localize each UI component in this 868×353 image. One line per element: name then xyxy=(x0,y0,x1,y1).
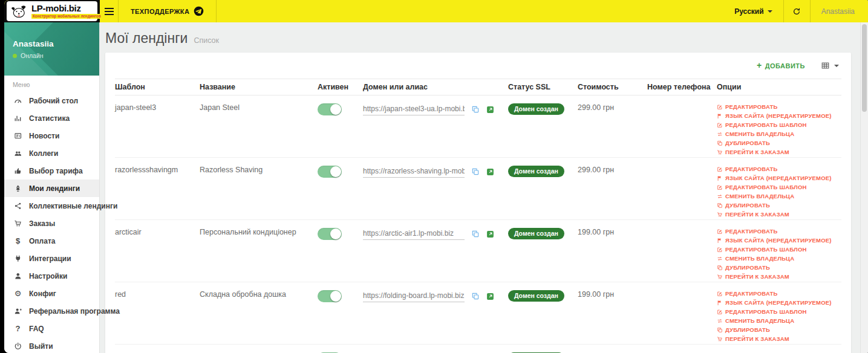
sidebar-item-label: Выбор тарифа xyxy=(29,167,83,175)
option-change-owner[interactable]: СМЕНИТЬ ВЛАДЕЛЬЦА xyxy=(717,129,841,138)
option-site-language[interactable]: ЯЗЫК САЙТА (НЕРЕДАКТИРУЕМОЕ) xyxy=(717,173,841,183)
support-button[interactable]: ТЕХПОДДЕРЖКА xyxy=(118,0,217,22)
option-edit[interactable]: РЕДАКТИРОВАТЬ xyxy=(717,289,841,298)
online-status-label: Онлайн xyxy=(21,52,44,59)
sidebar-item-faq[interactable]: ? FAQ xyxy=(4,320,99,337)
sidebar-item-statistics[interactable]: Статистика xyxy=(4,109,99,127)
sidebar-item-my-landings[interactable]: Мои лендинги xyxy=(4,180,99,197)
option-site-language[interactable]: ЯЗЫК САЙТА (НЕРЕДАКТИРУЕМОЕ) xyxy=(717,111,841,120)
vertical-scrollbar[interactable] xyxy=(860,22,868,353)
option-duplicate[interactable]: ДУБЛИРОВАТЬ xyxy=(717,201,841,210)
phone-cell xyxy=(647,220,717,282)
option-edit-template[interactable]: РЕДАКТИРОВАТЬ ШАБЛОН xyxy=(717,307,841,316)
options-cell: РЕДАКТИРОВАТЬ ЯЗЫК САЙТА (НЕРЕДАКТИРУЕМО… xyxy=(717,220,841,282)
sidebar-item-label: Конфиг xyxy=(29,290,56,298)
logo-title: LP-mobi.biz xyxy=(31,4,102,13)
option-site-language[interactable]: ЯЗЫК САЙТА (НЕРЕДАКТИРУЕМОЕ) xyxy=(717,298,841,307)
sidebar-item-label: FAQ xyxy=(29,325,44,333)
option-go-to-orders[interactable]: ПЕРЕЙТИ К ЗАКАЗАМ xyxy=(717,334,841,343)
edit-icon xyxy=(717,184,723,190)
sidebar-item-orders[interactable]: Заказы xyxy=(4,215,99,232)
option-duplicate[interactable]: ДУБЛИРОВАТЬ xyxy=(717,138,841,147)
edit-icon xyxy=(717,309,723,315)
option-edit-template[interactable]: РЕДАКТИРОВАТЬ ШАБЛОН xyxy=(717,183,841,192)
open-site-icon[interactable] xyxy=(486,293,494,300)
column-header: Домен или алиас xyxy=(363,83,508,91)
ssl-status-badge: Домен создан xyxy=(508,228,564,239)
option-duplicate[interactable]: ДУБЛИРОВАТЬ xyxy=(717,325,841,334)
option-site-language[interactable]: ЯЗЫК САЙТА (НЕРЕДАКТИРУЕМОЕ) xyxy=(717,236,841,245)
active-toggle[interactable] xyxy=(318,228,342,240)
scrollbar-thumb[interactable] xyxy=(862,24,867,112)
exchange-icon xyxy=(717,131,723,137)
user-icon xyxy=(13,272,23,280)
chevron-down-icon xyxy=(768,10,772,13)
sidebar-item-integrations[interactable]: Интеграции xyxy=(4,250,99,267)
sidebar-item-payment[interactable]: $ Оплата xyxy=(4,232,99,250)
sidebar-item-label: Реферальная программа xyxy=(29,307,120,316)
sidebar-item-config[interactable]: ⚙ Конфиг xyxy=(4,285,99,302)
sidebar-item-label: Настройки xyxy=(29,272,67,280)
flag-icon xyxy=(717,175,723,181)
sidebar-item-logout[interactable]: Выйти xyxy=(4,337,99,353)
copy-domain-icon[interactable] xyxy=(471,230,480,238)
option-edit-template[interactable]: РЕДАКТИРОВАТЬ ШАБЛОН xyxy=(717,245,841,254)
plus-icon: + xyxy=(757,62,762,69)
toggle-knob xyxy=(330,228,341,239)
copy-domain-icon[interactable] xyxy=(471,105,480,114)
active-toggle[interactable] xyxy=(318,166,342,178)
telegram-icon xyxy=(194,6,204,16)
bar-chart-icon xyxy=(13,114,23,123)
option-change-owner[interactable]: СМЕНИТЬ ВЛАДЕЛЬЦА xyxy=(717,192,841,201)
phone-cell xyxy=(647,345,717,353)
option-duplicate[interactable]: ДУБЛИРОВАТЬ xyxy=(717,263,841,272)
logo[interactable]: LP-mobi.biz Конструктор мобильных лендин… xyxy=(7,1,97,21)
option-go-to-orders[interactable]: ПЕРЕЙТИ К ЗАКАЗАМ xyxy=(717,147,841,157)
open-site-icon[interactable] xyxy=(486,230,494,238)
domain-input[interactable] xyxy=(363,105,465,115)
table-view-button[interactable] xyxy=(821,61,839,70)
domain-input[interactable] xyxy=(363,167,465,178)
sidebar-item-tariff[interactable]: Выбор тарифа xyxy=(4,162,99,180)
price-cell: 299.00 грн xyxy=(578,158,647,219)
option-edit[interactable]: РЕДАКТИРОВАТЬ xyxy=(717,102,841,111)
option-change-owner[interactable]: СМЕНИТЬ ВЛАДЕЛЬЦА xyxy=(717,254,841,263)
sidebar-item-news[interactable]: Новости xyxy=(4,127,99,144)
domain-input[interactable] xyxy=(363,291,465,302)
sidebar-item-label: Оплата xyxy=(29,237,55,245)
add-button[interactable]: + ДОБАВИТЬ xyxy=(757,62,805,70)
sidebar-item-colleagues[interactable]: Коллеги xyxy=(4,144,99,162)
table-row: japan-steel3 Japan Steel Домен создан 29… xyxy=(115,96,841,158)
option-go-to-orders[interactable]: ПЕРЕЙТИ К ЗАКАЗАМ xyxy=(717,272,841,281)
sidebar-item-desktop[interactable]: Рабочий стол xyxy=(4,92,99,109)
option-edit-template[interactable]: РЕДАКТИРОВАТЬ ШАБЛОН xyxy=(717,120,841,129)
copy-domain-icon[interactable] xyxy=(471,292,480,300)
price-cell: 299.00 грн xyxy=(578,96,647,157)
option-go-to-orders[interactable]: ПЕРЕЙТИ К ЗАКАЗАМ xyxy=(717,210,841,219)
option-edit[interactable]: РЕДАКТИРОВАТЬ xyxy=(717,227,841,236)
sidebar-item-referral[interactable]: Реферальная программа xyxy=(4,302,99,320)
open-site-icon[interactable] xyxy=(486,168,494,176)
option-change-owner[interactable]: СМЕНИТЬ ВЛАДЕЛЬЦА xyxy=(717,316,841,325)
power-icon xyxy=(13,342,23,351)
logo-dog-icon xyxy=(10,4,28,19)
toggle-knob xyxy=(330,104,341,115)
sidebar-item-settings[interactable]: Настройки xyxy=(4,267,99,285)
phone-cell xyxy=(647,96,717,157)
option-edit[interactable]: РЕДАКТИРОВАТЬ xyxy=(717,164,841,173)
sidebar-username: Anastasiia xyxy=(13,39,54,48)
exchange-icon xyxy=(717,318,723,324)
sidebar-toggle-button[interactable] xyxy=(100,0,118,22)
toggle-knob xyxy=(330,291,341,302)
active-toggle[interactable] xyxy=(318,290,342,302)
refresh-button[interactable] xyxy=(783,0,810,22)
copy-domain-icon[interactable] xyxy=(471,167,480,176)
active-toggle[interactable] xyxy=(318,103,342,115)
duplicate-icon xyxy=(717,202,723,209)
open-site-icon[interactable] xyxy=(486,106,494,114)
domain-input[interactable] xyxy=(363,229,465,240)
duplicate-icon xyxy=(717,265,723,271)
topbar-user-menu[interactable]: Anastasiia xyxy=(810,0,868,22)
sidebar-item-collective-landings[interactable]: Коллективные лендинги xyxy=(4,197,99,215)
language-selector[interactable]: Русский xyxy=(723,0,783,22)
